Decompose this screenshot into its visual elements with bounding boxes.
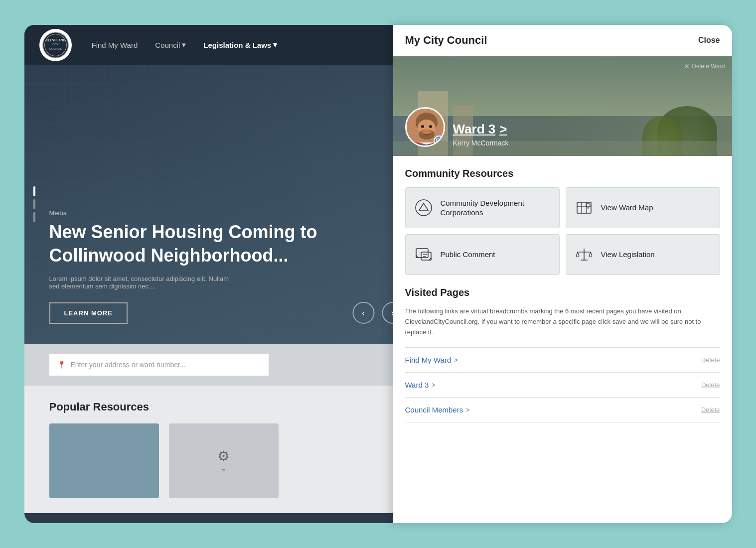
ward-councilmember: Kerry McCormack (453, 139, 509, 147)
visited-pages-list: Find My Ward > Delete Ward 3 > Delete (405, 347, 720, 422)
delete-ward-3-link[interactable]: Delete (701, 381, 720, 389)
visited-item-ward-3: Ward 3 > Delete (405, 373, 720, 398)
ward-info: Ward 3 > Kerry McCormack (453, 122, 509, 147)
ward-3-chevron-icon: > (432, 382, 435, 389)
delete-find-my-ward-link[interactable]: Delete (701, 356, 720, 364)
council-members-chevron-icon: > (466, 407, 469, 413)
find-my-ward-visited-link[interactable]: Find My Ward > (405, 356, 458, 364)
visited-item-find-my-ward: Find My Ward > Delete (405, 348, 720, 373)
search-placeholder: Enter your address or ward number... (71, 361, 186, 369)
carousel-next-button[interactable]: › (382, 302, 404, 324)
hero-excerpt: Lorem ipsum dolor sit amet, consectetur … (49, 275, 239, 290)
learn-more-button[interactable]: LEARN MORE (49, 302, 128, 324)
svg-text:CITY: CITY (52, 43, 59, 46)
visited-item-council-members: Council Members > Delete (405, 398, 720, 422)
email-badge-icon[interactable] (434, 136, 445, 146)
panel-title: My City Council (405, 34, 487, 47)
carousel-prev-button[interactable]: ‹ (352, 302, 374, 324)
svg-text:CLEVELAND: CLEVELAND (45, 38, 65, 42)
nav-legislation[interactable]: Legislation & Laws ▾ (203, 40, 277, 49)
svg-point-10 (421, 125, 424, 128)
panel-header: My City Council Close (393, 25, 732, 56)
carousel-indicator (33, 186, 35, 222)
address-search-bar[interactable]: 📍 Enter your address or ward number... (49, 354, 269, 376)
location-icon: 📍 (57, 361, 66, 369)
delete-ward-x-icon: ✕ (684, 62, 690, 70)
ward-banner: Ward 3 > Kerry McCormack ✕ Delete Ward (393, 56, 732, 156)
popular-card-2[interactable]: ⚙ ≡ (169, 423, 279, 498)
ward-banner-content: Ward 3 > Kerry McCormack (405, 107, 509, 147)
ward-name-link[interactable]: Ward 3 > (453, 122, 509, 137)
ward-avatar (405, 107, 445, 147)
carousel-controls: ‹ › (352, 302, 404, 324)
delete-council-members-link[interactable]: Delete (701, 406, 720, 413)
community-resources-heading: Community Resources (405, 168, 720, 179)
hero-title: New Senior Housing Coming toCollinwood N… (49, 221, 707, 268)
hero-media-label: Media (49, 209, 707, 217)
ward-arrow-icon: > (499, 122, 507, 137)
site-logo: CLEVELAND CITY COUNCIL (39, 29, 72, 61)
delete-ward-button[interactable]: ✕ Delete Ward (684, 62, 725, 70)
close-button[interactable]: Close (698, 36, 720, 45)
popular-card-1[interactable] (49, 423, 159, 498)
find-my-ward-chevron-icon: > (454, 357, 457, 364)
svg-point-11 (429, 125, 432, 128)
nav-council[interactable]: Council ▾ (155, 40, 186, 49)
svg-text:COUNCIL: COUNCIL (49, 47, 62, 50)
council-members-visited-link[interactable]: Council Members > (405, 406, 470, 414)
svg-point-9 (422, 130, 432, 136)
nav-find-my-ward[interactable]: Find My Ward (92, 41, 138, 49)
ward-3-visited-link[interactable]: Ward 3 > (405, 381, 436, 389)
